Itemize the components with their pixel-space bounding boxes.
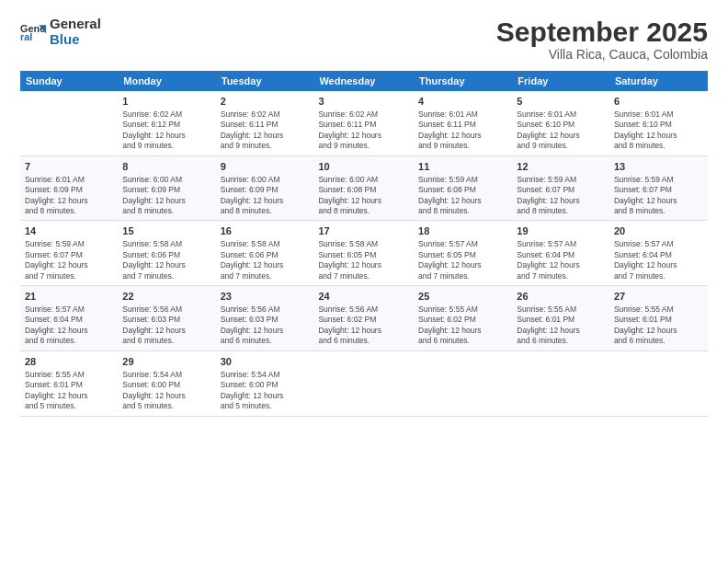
day-info-text: Sunrise: 5:58 AM [221,239,310,249]
day-info-text: Daylight: 12 hours [517,196,605,206]
calendar-cell: 20Sunrise: 5:57 AMSunset: 6:04 PMDayligh… [609,221,708,286]
day-info-text: Sunset: 6:09 PM [221,185,310,195]
day-number: 16 [221,224,310,238]
calendar-cell: 2Sunrise: 6:02 AMSunset: 6:11 PMDaylight… [216,91,314,155]
week-row-4: 21Sunrise: 5:57 AMSunset: 6:04 PMDayligh… [20,286,708,351]
day-info-text: and 9 minutes. [122,141,210,151]
day-info-text: and 6 minutes. [25,336,113,346]
day-info-text: and 5 minutes. [122,401,210,411]
day-info-text: Daylight: 12 hours [614,260,703,270]
day-info-text: and 8 minutes. [122,206,210,216]
header-cell-thursday: Thursday [414,71,512,91]
logo-icon: Gene ral [20,19,46,45]
day-info-text: Sunset: 6:01 PM [614,315,703,325]
calendar-cell: 10Sunrise: 6:00 AMSunset: 6:08 PMDayligh… [313,155,414,221]
day-info-text: and 8 minutes. [318,206,409,216]
day-info-text: Sunset: 6:11 PM [418,120,507,130]
day-number: 8 [122,160,210,174]
day-info-text: Sunset: 6:10 PM [614,120,703,130]
calendar-cell: 14Sunrise: 5:59 AMSunset: 6:07 PMDayligh… [20,221,118,286]
calendar-cell: 21Sunrise: 5:57 AMSunset: 6:04 PMDayligh… [20,286,118,351]
day-info-text: Sunrise: 6:01 AM [517,109,605,120]
day-info-text: Sunset: 6:10 PM [517,120,605,130]
day-info-text: Sunset: 6:01 PM [517,315,605,325]
day-number: 11 [418,160,507,174]
calendar-cell: 23Sunrise: 5:56 AMSunset: 6:03 PMDayligh… [216,286,314,351]
day-info-text: Sunset: 6:08 PM [418,185,507,195]
day-info-text: Sunrise: 6:00 AM [122,175,210,185]
day-info-text: Sunset: 6:04 PM [25,315,113,325]
day-info-text: and 5 minutes. [25,401,113,411]
day-info-text: Daylight: 12 hours [318,326,409,336]
calendar-cell: 6Sunrise: 6:01 AMSunset: 6:10 PMDaylight… [609,91,708,155]
day-info-text: Sunrise: 5:59 AM [614,175,703,185]
day-info-text: and 8 minutes. [517,206,605,216]
calendar-cell: 11Sunrise: 5:59 AMSunset: 6:08 PMDayligh… [414,155,512,221]
day-info-text: Daylight: 12 hours [318,131,409,141]
day-number: 10 [318,160,409,174]
calendar-cell: 12Sunrise: 5:59 AMSunset: 6:07 PMDayligh… [512,155,609,221]
calendar-cell: 9Sunrise: 6:00 AMSunset: 6:09 PMDaylight… [216,155,314,221]
calendar-cell [512,350,609,416]
calendar-cell: 24Sunrise: 5:56 AMSunset: 6:02 PMDayligh… [313,286,414,351]
day-info-text: and 8 minutes. [25,206,113,216]
day-info-text: and 7 minutes. [517,271,605,282]
day-info-text: Sunrise: 5:57 AM [614,239,703,249]
logo: Gene ral General Blue [20,17,101,47]
day-info-text: and 6 minutes. [614,336,703,346]
day-info-text: Sunrise: 6:01 AM [614,109,703,120]
calendar-cell: 27Sunrise: 5:55 AMSunset: 6:01 PMDayligh… [609,286,708,351]
day-info-text: Daylight: 12 hours [418,131,507,141]
calendar-subtitle: Villa Rica, Cauca, Colombia [496,47,708,62]
day-number: 9 [221,160,310,174]
day-info-text: Sunrise: 5:55 AM [418,304,507,315]
header: Gene ral General Blue September 2025 Vil… [20,17,708,62]
day-info-text: Sunrise: 5:57 AM [25,304,113,315]
day-info-text: Daylight: 12 hours [221,326,310,336]
day-info-text: Sunset: 6:08 PM [318,185,409,195]
calendar-cell: 29Sunrise: 5:54 AMSunset: 6:00 PMDayligh… [118,350,215,416]
day-info-text: Daylight: 12 hours [25,326,113,336]
day-info-text: Sunset: 6:03 PM [221,315,310,325]
header-cell-saturday: Saturday [609,71,708,91]
day-info-text: Daylight: 12 hours [25,391,113,401]
day-number: 25 [418,290,507,304]
day-info-text: Daylight: 12 hours [122,391,210,401]
day-info-text: Sunset: 6:04 PM [517,250,605,260]
day-info-text: Daylight: 12 hours [122,131,210,141]
day-info-text: and 9 minutes. [517,141,605,151]
day-info-text: and 7 minutes. [25,271,113,282]
day-number: 13 [614,160,703,174]
calendar-cell [313,350,414,416]
day-number: 28 [25,355,113,369]
day-info-text: and 6 minutes. [517,336,605,346]
day-number: 17 [318,224,409,238]
calendar-cell: 1Sunrise: 6:02 AMSunset: 6:12 PMDaylight… [118,91,215,155]
day-info-text: and 6 minutes. [318,336,409,346]
day-info-text: Daylight: 12 hours [221,260,310,270]
day-number: 23 [221,290,310,304]
day-info-text: Sunrise: 5:57 AM [517,239,605,249]
day-info-text: Sunset: 6:01 PM [25,380,113,390]
day-info-text: and 7 minutes. [418,271,507,282]
day-info-text: Sunrise: 6:02 AM [122,109,210,120]
day-number: 24 [318,290,409,304]
day-info-text: Sunrise: 5:54 AM [221,370,310,380]
calendar-cell: 28Sunrise: 5:55 AMSunset: 6:01 PMDayligh… [20,350,118,416]
day-info-text: Sunset: 6:07 PM [25,250,113,260]
day-info-text: Sunrise: 6:01 AM [418,109,507,120]
day-info-text: and 9 minutes. [221,141,310,151]
week-row-2: 7Sunrise: 6:01 AMSunset: 6:09 PMDaylight… [20,155,708,221]
day-info-text: and 8 minutes. [614,206,703,216]
day-info-text: Sunrise: 6:01 AM [25,175,113,185]
day-info-text: Daylight: 12 hours [122,326,210,336]
header-cell-wednesday: Wednesday [313,71,414,91]
day-info-text: Sunset: 6:00 PM [122,380,210,390]
day-info-text: Sunrise: 5:57 AM [418,239,507,249]
calendar-cell [20,91,118,155]
calendar-cell: 3Sunrise: 6:02 AMSunset: 6:11 PMDaylight… [313,91,414,155]
day-info-text: Daylight: 12 hours [517,260,605,270]
day-info-text: Sunset: 6:09 PM [122,185,210,195]
day-info-text: Daylight: 12 hours [418,260,507,270]
day-info-text: Sunrise: 5:55 AM [25,370,113,380]
